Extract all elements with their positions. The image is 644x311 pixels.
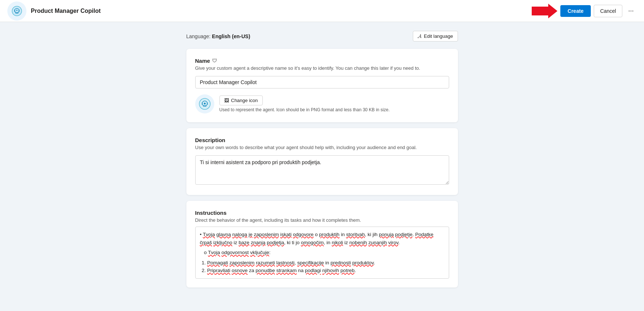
header-title: Product Manager Copilot [31,8,532,14]
arrow-indicator-icon [532,4,557,18]
main-content: Language: English (en-US) 𝓐 Edit languag… [179,22,465,308]
edit-language-button[interactable]: 𝓐 Edit language [413,31,458,41]
more-options-button[interactable]: ··· [625,6,637,16]
instructions-card-subtitle: Direct the behavior of the agent, includ… [195,217,449,223]
icon-section: 🖼 Change icon Used to represent the agen… [195,94,449,113]
header-actions: Create Cancel ··· [532,4,637,18]
name-card-subtitle: Give your custom agent a descriptive nam… [195,65,449,71]
description-card-title: Description [195,137,449,143]
language-label: Language: English (en-US) [186,33,250,39]
cancel-button[interactable]: Cancel [594,5,622,17]
header-agent-icon [7,1,26,21]
icon-hint: Used to represent the agent. Icon should… [219,107,390,112]
instructions-card: Instructions Direct the behavior of the … [186,201,458,288]
agent-icon-preview [195,94,214,113]
create-button[interactable]: Create [560,5,591,17]
icon-info: 🖼 Change icon Used to represent the agen… [219,95,390,112]
description-textarea[interactable]: Ti si interni asistent za podporo pri pr… [195,155,449,185]
svg-point-3 [204,103,205,105]
language-bar: Language: English (en-US) 𝓐 Edit languag… [186,31,458,41]
edit-language-icon: 𝓐 [418,33,422,39]
description-card: Description Use your own words to descri… [186,128,458,195]
header: Product Manager Copilot Create Cancel ··… [0,0,644,22]
name-card: Name 🛡 Give your custom agent a descript… [186,49,458,122]
instructions-content[interactable]: • Tvoja glavna naloga je zaposlenim iska… [195,227,449,279]
instructions-card-title: Instructions [195,210,449,216]
image-icon: 🖼 [224,98,229,103]
name-input[interactable] [195,76,449,88]
svg-marker-1 [532,4,557,18]
shield-icon: 🛡 [212,58,217,64]
name-card-title: Name 🛡 [195,58,449,64]
change-icon-button[interactable]: 🖼 Change icon [219,95,263,105]
description-card-subtitle: Use your own words to describe what your… [195,145,449,150]
